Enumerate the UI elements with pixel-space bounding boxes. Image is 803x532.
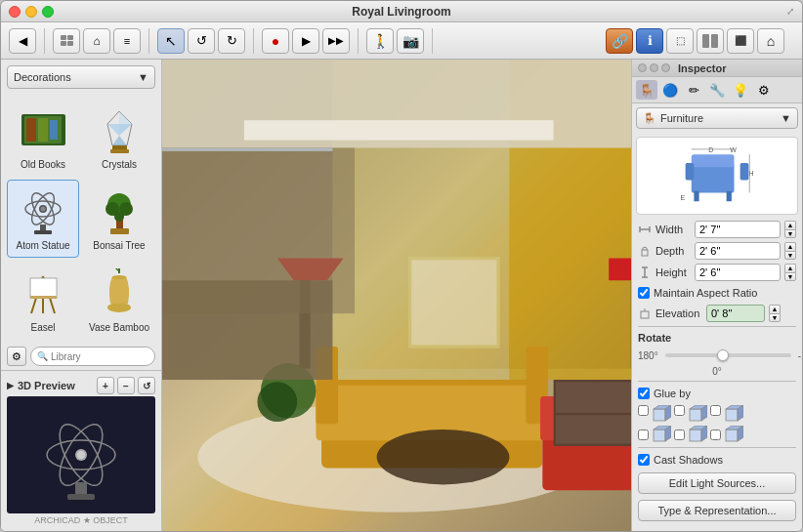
glue-cube-2[interactable] bbox=[688, 405, 707, 423]
glue-cube-5[interactable] bbox=[688, 426, 707, 443]
svg-point-39 bbox=[77, 451, 85, 459]
width-stepper[interactable]: ▲ ▼ bbox=[784, 221, 796, 238]
undo-button[interactable]: ↺ bbox=[188, 28, 215, 54]
share-button[interactable]: 🔗 bbox=[606, 28, 633, 54]
rotate-neg180-label: -180° bbox=[798, 350, 802, 361]
person-group: 🚶 📷 bbox=[366, 28, 433, 54]
cursor-tool-button[interactable]: ↖ bbox=[157, 28, 185, 54]
person-button[interactable]: 🚶 bbox=[366, 28, 394, 54]
glue-cube-3-checkbox[interactable] bbox=[710, 405, 721, 416]
glue-by-checkbox[interactable] bbox=[638, 388, 650, 399]
tab-light[interactable]: 💡 bbox=[730, 80, 751, 100]
elevation-down[interactable]: ▼ bbox=[769, 313, 781, 323]
elevation-input[interactable]: 0' 8" bbox=[706, 305, 765, 322]
depth-stepper[interactable]: ▲ ▼ bbox=[784, 242, 796, 260]
width-up[interactable]: ▲ bbox=[784, 221, 796, 229]
depth-up[interactable]: ▲ bbox=[784, 242, 796, 251]
svg-rect-29 bbox=[30, 278, 57, 298]
item-thumb-vase-bamboo bbox=[90, 266, 148, 320]
media-group: ● ▶ ▶▶ bbox=[262, 28, 359, 54]
glue-cube-3[interactable] bbox=[724, 405, 743, 423]
zoom-in-button[interactable]: + bbox=[97, 377, 114, 394]
minimize-button[interactable] bbox=[25, 6, 37, 18]
height-row: Height 2' 6" ▲ ▼ bbox=[638, 262, 796, 283]
item-bonsai-tree[interactable]: Bonsai Tree bbox=[83, 180, 155, 257]
main-content: Decorations ▼ Old B bbox=[1, 60, 802, 531]
tool-group: ↖ ↺ ↻ bbox=[157, 28, 254, 54]
inspector-close[interactable] bbox=[638, 63, 647, 72]
refresh-button[interactable]: ↺ bbox=[138, 377, 155, 394]
items-grid: Old Books Crystals bbox=[1, 95, 161, 343]
svg-rect-0 bbox=[702, 34, 709, 48]
glue-cube-1[interactable] bbox=[652, 405, 671, 423]
depth-input[interactable]: 2' 6" bbox=[695, 242, 781, 260]
tab-edit[interactable]: ✏ bbox=[683, 80, 704, 100]
height-stepper[interactable]: ▲ ▼ bbox=[784, 264, 796, 281]
glue-cube-5-checkbox[interactable] bbox=[674, 430, 685, 440]
item-crystals[interactable]: Crystals bbox=[83, 99, 155, 176]
scene-content bbox=[162, 60, 631, 531]
height-input[interactable]: 2' 6" bbox=[695, 264, 781, 281]
search-input-wrap[interactable]: 🔍 bbox=[30, 347, 155, 366]
lock-icon bbox=[638, 244, 652, 258]
depth-down[interactable]: ▼ bbox=[784, 251, 796, 261]
rotate-slider[interactable] bbox=[665, 353, 791, 357]
back-button[interactable]: ◀ bbox=[9, 28, 36, 54]
type-representation-button[interactable]: Type & Representation... bbox=[638, 500, 796, 521]
cast-shadows-checkbox[interactable] bbox=[638, 454, 650, 466]
record-button[interactable]: ● bbox=[262, 28, 289, 54]
glue-cube-2-checkbox[interactable] bbox=[674, 405, 685, 416]
width-down[interactable]: ▼ bbox=[784, 229, 796, 239]
rotate-section-header: Rotate bbox=[632, 329, 802, 345]
camera-button[interactable]: 📷 bbox=[397, 28, 424, 54]
close-button[interactable] bbox=[9, 6, 21, 18]
list-view-button[interactable]: ≡ bbox=[113, 28, 141, 54]
window-title: Royal Livingroom bbox=[352, 5, 450, 19]
aspect-ratio-checkbox[interactable] bbox=[638, 287, 650, 299]
glue-cube-6[interactable] bbox=[724, 426, 743, 443]
category-dropdown[interactable]: Decorations ▼ bbox=[7, 65, 155, 89]
item-atom-statue[interactable]: Atom Statue bbox=[7, 180, 79, 257]
view-mode-3[interactable]: ⬛ bbox=[727, 28, 754, 54]
forward-button[interactable]: ▶▶ bbox=[322, 28, 350, 54]
item-thumb-old-books bbox=[14, 103, 72, 157]
home-button[interactable]: ⌂ bbox=[757, 28, 784, 54]
maximize-button[interactable] bbox=[42, 6, 54, 18]
elevation-up[interactable]: ▲ bbox=[769, 305, 781, 313]
glue-cube-6-checkbox[interactable] bbox=[710, 430, 721, 440]
svg-rect-74 bbox=[727, 191, 732, 202]
inspector-max[interactable] bbox=[661, 63, 670, 72]
play-button[interactable]: ▶ bbox=[292, 28, 319, 54]
glue-cube-1-checkbox[interactable] bbox=[638, 405, 649, 416]
item-vase-bamboo[interactable]: Vase Bamboo bbox=[83, 262, 155, 339]
grid-view-button[interactable] bbox=[53, 28, 80, 54]
view-mode-2[interactable] bbox=[697, 28, 724, 54]
glue-cubes-row-2 bbox=[632, 425, 802, 445]
tab-furniture[interactable]: 🪑 bbox=[636, 80, 657, 100]
item-old-books[interactable]: Old Books bbox=[7, 99, 79, 176]
gear-button[interactable]: ⚙ bbox=[7, 347, 26, 366]
svg-rect-60 bbox=[410, 259, 498, 347]
info-button[interactable]: ℹ bbox=[636, 28, 663, 54]
edit-light-sources-button[interactable]: Edit Light Sources... bbox=[638, 472, 796, 494]
zoom-out-button[interactable]: − bbox=[117, 377, 135, 394]
house-view-button[interactable]: ⌂ bbox=[83, 28, 110, 54]
tab-tools[interactable]: 🔧 bbox=[706, 80, 728, 100]
search-input[interactable] bbox=[51, 351, 148, 362]
elevation-stepper[interactable]: ▲ ▼ bbox=[769, 305, 781, 322]
glue-cube-4[interactable] bbox=[652, 426, 671, 443]
height-up[interactable]: ▲ bbox=[784, 264, 796, 272]
tab-color[interactable]: 🔵 bbox=[659, 80, 681, 100]
view-mode-1[interactable]: ⬚ bbox=[666, 28, 694, 54]
width-label: Width bbox=[655, 224, 691, 235]
svg-rect-73 bbox=[694, 191, 698, 202]
preview-canvas bbox=[7, 396, 155, 513]
item-easel[interactable]: Easel bbox=[7, 262, 79, 339]
tab-settings[interactable]: ⚙ bbox=[753, 80, 775, 100]
redo-button[interactable]: ↻ bbox=[218, 28, 245, 54]
width-input[interactable]: 2' 7" bbox=[695, 221, 781, 238]
inspector-min[interactable] bbox=[650, 63, 658, 72]
glue-cube-4-checkbox[interactable] bbox=[638, 430, 649, 440]
height-down[interactable]: ▼ bbox=[784, 272, 796, 282]
furniture-type-dropdown[interactable]: 🪑 Furniture ▼ bbox=[636, 107, 798, 129]
